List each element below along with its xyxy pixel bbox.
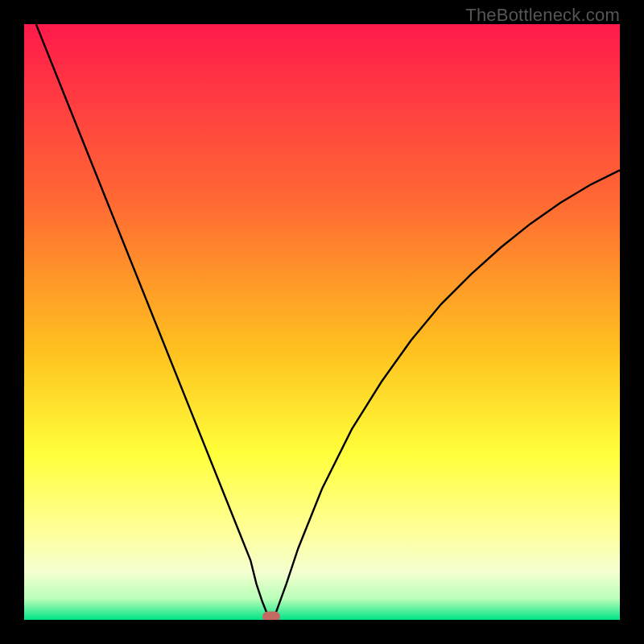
curve-path — [36, 24, 620, 618]
minimum-marker — [262, 612, 280, 621]
chart-frame: TheBottleneck.com — [0, 0, 644, 644]
plot-area — [24, 24, 620, 620]
watermark-text: TheBottleneck.com — [465, 5, 620, 26]
bottleneck-curve — [24, 24, 620, 620]
